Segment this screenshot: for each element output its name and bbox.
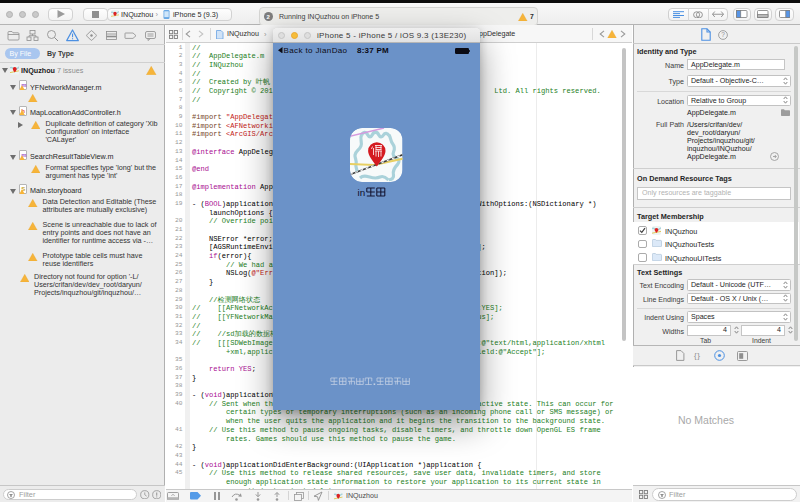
svg-text:?: ? — [721, 31, 725, 38]
